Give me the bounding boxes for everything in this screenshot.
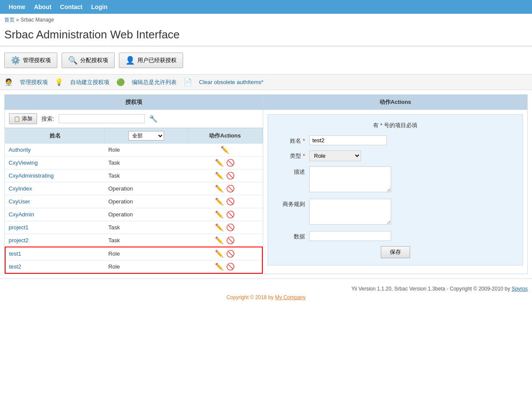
action-bar: 🧑‍💼 管理授权项 💡 自动建立授权项 🟢 编辑总是允许列表 📄 Clear o… bbox=[0, 75, 532, 90]
delete-icon[interactable]: 🚫 bbox=[226, 250, 235, 257]
assign-auth-label: 分配授权项 bbox=[80, 56, 108, 64]
cell-type: Task bbox=[105, 221, 187, 234]
footer-version: Yii Version 1.1.20, Srbac Version 1.3bet… bbox=[352, 286, 510, 292]
row-name-link[interactable]: Authority bbox=[9, 147, 31, 153]
cell-actions: ✏️🚫 bbox=[187, 169, 262, 182]
form-row-desc: 描述 bbox=[275, 166, 516, 194]
type-required-star: * bbox=[303, 153, 305, 159]
cell-name: CxyIndex bbox=[5, 182, 105, 195]
auth-table-body: AuthorityRole✏️CxyViewingTask✏️🚫CxyAdmin… bbox=[5, 144, 262, 274]
delete-icon[interactable]: 🚫 bbox=[226, 172, 235, 179]
cell-actions: ✏️🚫 bbox=[187, 195, 262, 208]
col-type: 全部 Role Task Operation bbox=[105, 128, 187, 144]
row-name-link[interactable]: CxyUser bbox=[9, 198, 30, 205]
biz-textarea[interactable] bbox=[309, 199, 391, 225]
cell-type: Operation bbox=[105, 182, 187, 195]
left-panel-header: 授权项 bbox=[5, 95, 263, 110]
add-label: 添加 bbox=[22, 115, 32, 122]
cell-actions: ✏️🚫 bbox=[187, 182, 262, 195]
user-auth-button[interactable]: 👤 用户已经获授权 bbox=[119, 53, 183, 68]
delete-icon[interactable]: 🚫 bbox=[226, 237, 235, 244]
edit-icon[interactable]: ✏️ bbox=[215, 224, 224, 231]
form-row-type: 类型 * Role Task Operation bbox=[275, 150, 516, 161]
delete-icon[interactable]: 🚫 bbox=[226, 198, 235, 205]
cell-type: Role bbox=[105, 260, 187, 274]
table-row: CxyUserOperation✏️🚫 bbox=[5, 195, 262, 208]
row-name-link[interactable]: CxyViewing bbox=[9, 159, 38, 166]
edit-icon[interactable]: ✏️ bbox=[215, 198, 224, 205]
breadcrumb-home[interactable]: 首页 bbox=[4, 17, 15, 23]
right-panel-header: 动作Actions bbox=[263, 95, 527, 110]
cell-actions: ✏️🚫 bbox=[187, 208, 262, 221]
nav-about[interactable]: About bbox=[34, 3, 51, 10]
nav-contact[interactable]: Contact bbox=[60, 3, 82, 10]
breadcrumb-separator: » bbox=[16, 17, 19, 23]
cell-actions: ✏️🚫 bbox=[187, 260, 262, 274]
row-name-link[interactable]: test2 bbox=[9, 263, 21, 270]
name-input[interactable] bbox=[309, 135, 387, 145]
required-note: 有 * 号的项目必填 bbox=[275, 122, 516, 129]
table-row: test2Role✏️🚫 bbox=[5, 260, 262, 274]
action-clear-link[interactable]: Clear obsolete authItems* bbox=[199, 79, 264, 85]
cell-type: Task bbox=[105, 234, 187, 247]
action-green-icon: 🟢 bbox=[116, 78, 125, 86]
footer-company-link[interactable]: My Company bbox=[275, 294, 306, 300]
table-row: project2Task✏️🚫 bbox=[5, 234, 262, 247]
name-field-container bbox=[309, 135, 387, 145]
row-name-link[interactable]: CxyAdmin bbox=[9, 211, 34, 218]
action-manage-link[interactable]: 管理授权项 bbox=[20, 78, 48, 86]
edit-icon[interactable]: ✏️ bbox=[215, 263, 224, 270]
delete-icon[interactable]: 🚫 bbox=[226, 224, 235, 231]
delete-icon[interactable]: 🚫 bbox=[226, 211, 235, 218]
table-row: CxyAdministratingTask✏️🚫 bbox=[5, 169, 262, 182]
action-edit-link[interactable]: 编辑总是允许列表 bbox=[132, 78, 177, 86]
form-row-name: 姓名 * bbox=[275, 135, 516, 145]
action-auto-link[interactable]: 自动建立授权项 bbox=[70, 78, 109, 86]
form-row-data: 数据 bbox=[275, 231, 516, 241]
data-label: 数据 bbox=[275, 231, 309, 241]
manage-auth-button[interactable]: ⚙️ 管理授权项 bbox=[4, 53, 57, 68]
edit-icon[interactable]: ✏️ bbox=[215, 172, 224, 179]
biz-label: 商务规则 bbox=[275, 199, 309, 208]
edit-icon[interactable]: ✏️ bbox=[215, 159, 224, 166]
type-select[interactable]: Role Task Operation bbox=[309, 150, 361, 161]
nav-home[interactable]: Home bbox=[9, 3, 25, 10]
desc-textarea[interactable] bbox=[309, 166, 391, 192]
edit-icon[interactable]: ✏️ bbox=[215, 250, 224, 257]
footer-spyros-link[interactable]: Spyros bbox=[512, 286, 528, 292]
row-name-link[interactable]: test1 bbox=[9, 250, 21, 257]
row-name-link[interactable]: project1 bbox=[9, 224, 28, 231]
cell-name: CxyAdministrating bbox=[5, 169, 105, 182]
type-filter-select[interactable]: 全部 Role Task Operation bbox=[128, 131, 164, 141]
assign-auth-icon: 🔍 bbox=[68, 56, 78, 65]
edit-icon[interactable]: ✏️ bbox=[221, 146, 229, 153]
row-name-link[interactable]: project2 bbox=[9, 237, 28, 244]
search-input[interactable] bbox=[59, 114, 145, 123]
search-label: 搜索: bbox=[41, 115, 54, 123]
delete-icon[interactable]: 🚫 bbox=[226, 185, 235, 192]
filter-icon[interactable]: 🔧 bbox=[149, 115, 158, 123]
desc-label: 描述 bbox=[275, 166, 309, 176]
assign-auth-button[interactable]: 🔍 分配授权项 bbox=[62, 53, 115, 68]
action-manage-icon: 🧑‍💼 bbox=[4, 78, 13, 86]
add-button[interactable]: 📋 添加 bbox=[9, 113, 37, 124]
delete-icon[interactable]: 🚫 bbox=[226, 159, 235, 166]
edit-icon[interactable]: ✏️ bbox=[215, 237, 224, 244]
nav-login[interactable]: Login bbox=[91, 3, 107, 10]
table-row: CxyViewingTask✏️🚫 bbox=[5, 156, 262, 169]
edit-icon[interactable]: ✏️ bbox=[215, 185, 224, 192]
cell-type: Operation bbox=[105, 208, 187, 221]
row-name-link[interactable]: CxyAdministrating bbox=[9, 172, 54, 179]
save-button[interactable]: 保存 bbox=[381, 246, 410, 258]
cell-name: test1 bbox=[5, 247, 105, 260]
data-input[interactable] bbox=[309, 231, 391, 241]
edit-icon[interactable]: ✏️ bbox=[215, 211, 224, 218]
cell-actions: ✏️🚫 bbox=[187, 221, 262, 234]
page-title: Srbac Administration Web Interface bbox=[0, 26, 532, 46]
user-auth-label: 用户已经获授权 bbox=[137, 56, 177, 64]
delete-icon[interactable]: 🚫 bbox=[226, 263, 235, 270]
cell-name: project2 bbox=[5, 234, 105, 247]
cell-name: CxyUser bbox=[5, 195, 105, 208]
row-name-link[interactable]: CxyIndex bbox=[9, 185, 32, 192]
name-required-star: * bbox=[303, 138, 305, 144]
